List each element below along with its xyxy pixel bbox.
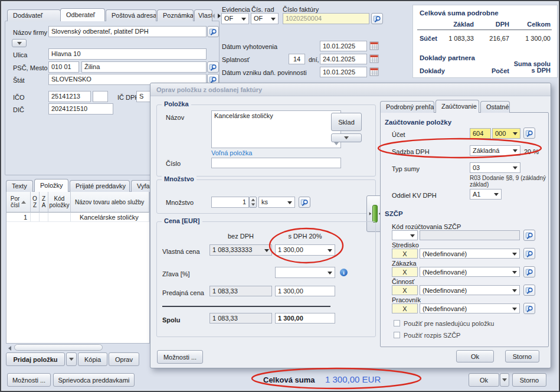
company-lookup-button[interactable] xyxy=(207,26,219,37)
tab-vlastne[interactable]: Vlastné xyxy=(194,9,212,21)
pracovnik-code-input[interactable]: X xyxy=(392,303,418,313)
zip-input[interactable]: 010 01 xyxy=(48,61,79,73)
summary-title: Celková suma podrobne xyxy=(420,9,499,17)
company-name-input[interactable]: Slovenský odberateľ, platiteľ DPH xyxy=(48,26,207,37)
tab-odberatel[interactable]: Odberateľ xyxy=(60,8,105,21)
invoice-number-input[interactable]: 1020250004 xyxy=(283,13,369,24)
total-gross-input[interactable]: 1 300,00 xyxy=(275,313,335,324)
stredisko-select[interactable]: (Nedefinované) xyxy=(420,249,520,259)
city-input[interactable]: Žilina xyxy=(81,61,207,73)
pracovnik-select[interactable]: (Nedefinované) xyxy=(420,303,520,313)
due-date-input[interactable]: 24.01.2025 xyxy=(320,54,367,64)
tab-podrobny-prehlad[interactable]: Podrobný prehľad xyxy=(380,101,434,113)
zakazka-lookup-button[interactable] xyxy=(523,266,535,277)
hscroll-left-icon[interactable] xyxy=(8,346,11,351)
account-lookup-button[interactable] xyxy=(523,128,535,139)
unit-select[interactable]: ks xyxy=(258,197,295,208)
vat-rate-select[interactable]: Základná xyxy=(470,145,520,156)
col-header-kod[interactable]: Kód položky xyxy=(48,192,71,213)
issue-date-input[interactable]: 10.01.2025 xyxy=(320,41,367,51)
szcp-code-lookup-button[interactable] xyxy=(523,230,535,241)
tab-ostatne[interactable]: Ostatné xyxy=(480,101,510,113)
due-days-input[interactable]: 14 xyxy=(289,54,305,64)
col-header-nazov[interactable]: Názov tovaru alebo služby xyxy=(71,192,149,213)
account-suffix-select[interactable]: 000 xyxy=(492,128,520,139)
main-ok-menu-button[interactable] xyxy=(500,373,509,387)
tab-dodavatel[interactable]: Dodávateľ xyxy=(7,9,61,21)
item-row-za[interactable] xyxy=(40,213,48,222)
tab-scroll-right-icon[interactable] xyxy=(218,14,221,18)
footer-moznosti-button[interactable]: Možnosti ... xyxy=(7,373,51,387)
evidencia-select[interactable]: OF xyxy=(221,13,249,24)
szcp-code-input[interactable] xyxy=(420,230,520,240)
discount-info-icon[interactable]: i xyxy=(340,269,348,276)
szcp-code-select[interactable] xyxy=(392,230,418,240)
volna-polozka-link[interactable]: Voľná položka xyxy=(211,149,252,156)
pracovnik-lookup-button[interactable] xyxy=(523,303,535,314)
add-item-button[interactable]: Pridaj položku xyxy=(6,352,65,366)
add-item-menu-button[interactable] xyxy=(66,352,77,366)
street-input[interactable]: Hlavna 10 xyxy=(48,48,207,60)
item-number-input[interactable] xyxy=(211,158,341,168)
company-picker-button[interactable] xyxy=(12,39,27,47)
main-storno-button[interactable]: Storno xyxy=(512,373,546,387)
sale-price-gross-input[interactable]: 1 300,00 xyxy=(275,286,335,296)
stredisko-lookup-button[interactable] xyxy=(523,248,535,259)
sprievodca-button[interactable]: Sprievodca preddavkami xyxy=(53,373,135,387)
tab-texty[interactable]: Texty xyxy=(6,180,33,192)
main-ok-button[interactable]: Ok xyxy=(469,373,499,387)
item-row-oz[interactable] xyxy=(31,213,40,222)
dialog-moznosti-button[interactable]: Možnosti ... xyxy=(157,350,203,364)
col-header-por[interactable]: Por čísl xyxy=(6,192,31,213)
item-row-kod[interactable] xyxy=(48,213,71,222)
issue-date-calendar-icon[interactable] xyxy=(369,41,379,51)
tab-prijate-preddavky[interactable]: Prijaté preddavky xyxy=(70,180,130,192)
sklad-menu-button[interactable] xyxy=(331,133,362,142)
tab-zauctovanie[interactable]: Zaúčtovanie xyxy=(435,100,479,113)
edit-item-button[interactable]: Oprav xyxy=(109,352,139,366)
discount-select[interactable] xyxy=(275,267,335,278)
textarea-scroll-down-icon[interactable] xyxy=(334,142,339,145)
col-header-oz[interactable]: O Z xyxy=(31,192,40,213)
apply-szcp-breakdown-checkbox[interactable] xyxy=(394,332,400,338)
total-net-input[interactable]: 1 083,33 xyxy=(209,313,272,324)
copy-item-button[interactable]: Kópia xyxy=(78,352,107,366)
item-row-nazov[interactable]: Kancelárske stoličky xyxy=(71,213,149,222)
account-input[interactable]: 604 xyxy=(470,128,491,139)
col-header-za[interactable]: Z A xyxy=(40,192,48,213)
cis-rad-select[interactable]: OF xyxy=(251,13,279,24)
dialog-storno-button[interactable]: Storno xyxy=(505,350,539,362)
ico-suffix-input[interactable] xyxy=(93,91,108,102)
sum-type-select[interactable]: 03 xyxy=(470,162,520,173)
tab-poznamka[interactable]: Poznámka xyxy=(157,9,194,21)
item-row-por[interactable]: 1 xyxy=(6,213,31,222)
quantity-spinner[interactable] xyxy=(249,197,257,208)
own-price-net-select[interactable]: 1 083,333333 xyxy=(209,244,272,256)
sale-price-net-input[interactable]: 1 083,33 xyxy=(209,286,272,296)
sklad-button[interactable]: Sklad xyxy=(331,113,362,131)
invoice-number-lookup-button[interactable] xyxy=(371,13,383,24)
unit-lookup-button[interactable] xyxy=(299,197,310,208)
cinnost-code-input[interactable]: X xyxy=(392,285,418,295)
hscroll-thumb[interactable] xyxy=(14,344,103,351)
tab-postova-adresa[interactable]: Poštová adresa xyxy=(106,9,156,21)
zakazka-code-input[interactable]: X xyxy=(392,267,418,277)
quantity-input[interactable]: 1 xyxy=(211,197,249,208)
tax-date-calendar-icon[interactable] xyxy=(369,67,379,77)
ico-input[interactable]: 25141213 xyxy=(48,91,91,102)
item-name-textarea[interactable]: Kancelárske stoličky xyxy=(211,110,341,148)
kv-section-select[interactable]: A1 xyxy=(470,189,502,200)
dialog-ok-button[interactable]: Ok xyxy=(456,350,494,362)
own-price-gross-select[interactable]: 1 300,00 xyxy=(275,244,335,256)
tax-date-input[interactable]: 10.01.2025 xyxy=(320,67,367,77)
cinnost-select[interactable]: (Nedefinované) xyxy=(420,285,520,295)
stredisko-code-input[interactable]: X xyxy=(392,249,418,259)
cinnost-lookup-button[interactable] xyxy=(523,285,535,296)
due-date-calendar-icon[interactable] xyxy=(369,54,379,64)
dialog-titlebar[interactable]: Oprav položku z odoslanej faktúry xyxy=(150,83,551,96)
tab-polozky[interactable]: Položky xyxy=(34,179,68,192)
apply-next-item-checkbox[interactable] xyxy=(394,320,400,326)
zakazka-select[interactable]: (Nedefinované) xyxy=(420,267,520,277)
city-lookup-button[interactable] xyxy=(207,61,219,73)
dic-input[interactable]: 2024121510 xyxy=(48,103,113,115)
